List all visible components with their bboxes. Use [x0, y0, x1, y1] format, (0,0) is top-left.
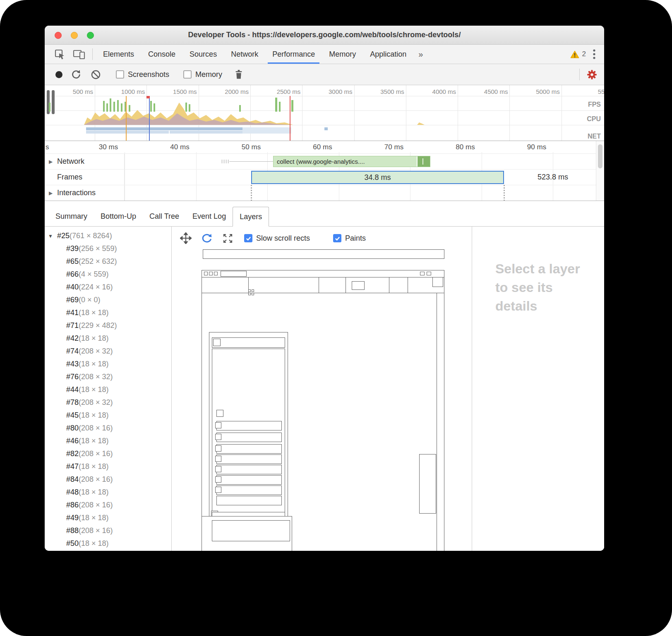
layer-tree-item[interactable]: #46(18 × 18): [45, 435, 171, 447]
capture-settings-button[interactable]: [586, 69, 598, 80]
detail-tab-bottom-up[interactable]: Bottom-Up: [94, 207, 143, 226]
timeline-tick-label: 50 ms: [228, 143, 274, 151]
divider: [92, 48, 93, 60]
rotate-mode-button[interactable]: [201, 232, 213, 244]
layer-tree-item[interactable]: #82(208 × 16): [45, 447, 171, 460]
warning-count: 2: [582, 50, 586, 58]
layer-id: #86: [66, 501, 79, 509]
layer-tree-pane[interactable]: ▼#25(761 × 8264)#39(256 × 559)#65(252 × …: [45, 227, 172, 551]
layer-size: (18 × 18): [79, 308, 109, 317]
detail-tab-summary[interactable]: Summary: [49, 207, 94, 226]
tab-sources[interactable]: Sources: [182, 45, 224, 64]
reset-view-button[interactable]: [222, 233, 233, 244]
network-stem-tick: [226, 160, 226, 163]
tabbar-right-group: 2: [570, 45, 598, 64]
layer-tree-item[interactable]: #84(208 × 16): [45, 473, 171, 486]
layer-size: (208 × 16): [79, 424, 113, 433]
layer-tree-item[interactable]: #65(252 × 632): [45, 255, 171, 268]
memory-checkbox[interactable]: [183, 70, 192, 79]
garbage-collect-button[interactable]: [234, 69, 244, 80]
layer-tree-item[interactable]: #47(18 × 18): [45, 460, 171, 473]
layer-tree-item[interactable]: #90(208 × 16): [45, 550, 171, 551]
inspect-element-icon[interactable]: [50, 45, 69, 64]
layer-tree-item[interactable]: #48(18 × 18): [45, 486, 171, 499]
reload-and-profile-button[interactable]: [71, 69, 82, 80]
layer-tree-item[interactable]: #49(18 × 18): [45, 512, 171, 524]
tab-network[interactable]: Network: [224, 45, 265, 64]
slow-scroll-rects-toggle[interactable]: Slow scroll rects: [244, 234, 310, 243]
tab-elements[interactable]: Elements: [96, 45, 141, 64]
layer-tree-item[interactable]: #50(18 × 18): [45, 537, 171, 550]
layers-toolbar: Slow scroll rects Paints: [172, 227, 472, 250]
layer-tree-item[interactable]: #78(208 × 32): [45, 396, 171, 409]
clear-recording-button[interactable]: [91, 69, 101, 80]
memory-label: Memory: [195, 70, 222, 79]
minimize-button[interactable]: [71, 32, 78, 39]
frames-row[interactable]: Frames 34.8 ms 523.8 ms: [45, 169, 604, 185]
layer-tree-item[interactable]: #66(4 × 559): [45, 268, 171, 281]
detail-tabbar: SummaryBottom-UpCall TreeEvent LogLayers: [45, 206, 604, 227]
close-button[interactable]: [55, 32, 62, 39]
layer-size: (761 × 8264): [70, 232, 112, 240]
layer-id: #25: [57, 232, 70, 240]
screenshots-toggle[interactable]: Screenshots: [116, 70, 169, 79]
trash-icon: [234, 69, 244, 80]
console-warnings-button[interactable]: 2: [570, 50, 586, 58]
devtools-window: Developer Tools - https://developers.goo…: [45, 26, 604, 551]
layer-tree-item[interactable]: #88(208 × 16): [45, 524, 171, 537]
slow-scroll-rects-checkbox[interactable]: [244, 234, 252, 242]
tab-console[interactable]: Console: [141, 45, 182, 64]
layer-tree-item[interactable]: #74(208 × 32): [45, 345, 171, 358]
timeline-detail[interactable]: s 30 ms40 ms50 ms60 ms70 ms80 ms90 ms ▶ …: [45, 141, 604, 201]
layer-tree-item[interactable]: #45(18 × 18): [45, 409, 171, 422]
tab-application[interactable]: Application: [363, 45, 413, 64]
layer-tree-item[interactable]: #86(208 × 16): [45, 499, 171, 512]
layer-tree-item[interactable]: ▼#25(761 × 8264): [45, 230, 171, 242]
layer-tree-item[interactable]: #39(256 × 559): [45, 242, 171, 255]
detail-tab-layers[interactable]: Layers: [233, 207, 269, 227]
layer-tree-item[interactable]: #42(18 × 18): [45, 332, 171, 345]
layer-tree-item[interactable]: #40(224 × 16): [45, 281, 171, 294]
network-row[interactable]: ▶ Network collect (www.google-analytics.…: [45, 153, 604, 169]
layer-wireframe-view[interactable]: [172, 227, 472, 551]
kebab-menu-icon: [593, 48, 596, 60]
scrollbar-thumb[interactable]: [598, 144, 602, 168]
expand-interactions-icon[interactable]: ▶: [49, 190, 53, 196]
layer-tree-item[interactable]: #76(208 × 32): [45, 371, 171, 383]
paints-checkbox[interactable]: [333, 234, 341, 242]
selected-frame-bar[interactable]: 34.8 ms: [251, 171, 504, 184]
layer-id: #45: [66, 411, 79, 420]
memory-toggle[interactable]: Memory: [183, 70, 222, 79]
tree-expand-icon[interactable]: ▼: [48, 233, 53, 239]
tab-memory[interactable]: Memory: [322, 45, 363, 64]
device-toolbar-icon[interactable]: [69, 45, 89, 64]
detail-tab-event-log[interactable]: Event Log: [186, 207, 233, 226]
layer-tree-item[interactable]: #41(18 × 18): [45, 306, 171, 319]
layer-tree-item[interactable]: #43(18 × 18): [45, 358, 171, 371]
layer-tree-item[interactable]: #44(18 × 18): [45, 383, 171, 396]
layer-id: #49: [66, 514, 79, 522]
layer-canvas-pane[interactable]: Slow scroll rects Paints: [172, 227, 472, 551]
expand-network-icon[interactable]: ▶: [49, 159, 53, 165]
layer-size: (18 × 18): [79, 539, 109, 548]
timeline-overview[interactable]: 500 ms1000 ms1500 ms2000 ms2500 ms3000 m…: [45, 85, 604, 141]
tab-performance[interactable]: Performance: [265, 45, 322, 64]
paints-toggle[interactable]: Paints: [333, 234, 366, 243]
screenshots-checkbox[interactable]: [116, 70, 124, 79]
interactions-row[interactable]: ▶ Interactions: [45, 185, 604, 201]
timeline-scrollbar[interactable]: [596, 141, 604, 201]
layer-size: (208 × 32): [79, 373, 113, 381]
layer-id: #48: [66, 488, 79, 497]
detail-tab-call-tree[interactable]: Call Tree: [143, 207, 186, 226]
timeline-tick-label: 60 ms: [300, 143, 346, 151]
zoom-button[interactable]: [87, 32, 94, 39]
devtools-menu-button[interactable]: [593, 48, 596, 60]
layer-tree-item[interactable]: #80(208 × 16): [45, 422, 171, 435]
overview-tick-label: 2000 ms: [216, 88, 249, 95]
network-event-bar[interactable]: collect (www.google-analytics....: [273, 156, 430, 167]
record-button[interactable]: [55, 71, 62, 78]
layer-tree-item[interactable]: #69(0 × 0): [45, 294, 171, 306]
pan-mode-button[interactable]: [180, 232, 192, 244]
more-tabs-button[interactable]: »: [413, 45, 428, 64]
layer-tree-item[interactable]: #71(229 × 482): [45, 319, 171, 332]
